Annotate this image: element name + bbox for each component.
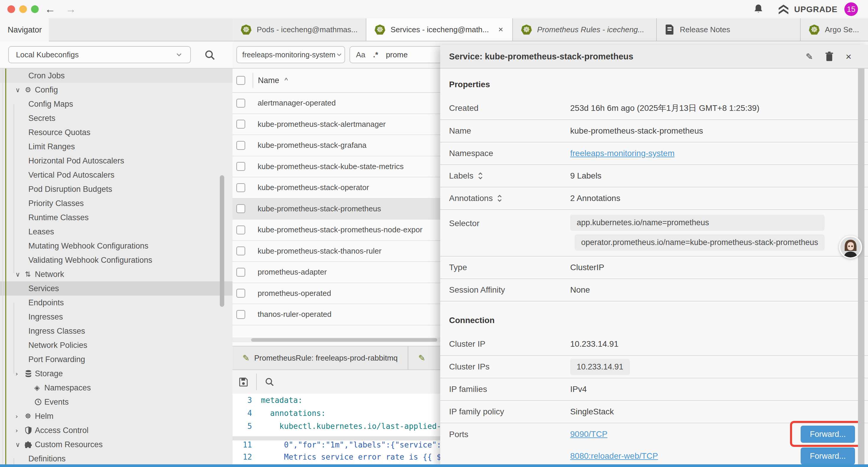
table-row[interactable]: kube-prometheus-stack-prometheus-node-ex…	[232, 220, 440, 241]
editor-tab-prometheusrule[interactable]: ✎ PrometheusRule: freeleaps-prod-rabbitm…	[232, 346, 408, 370]
row-checkbox[interactable]	[236, 120, 245, 128]
sort-updown-icon[interactable]	[478, 172, 483, 180]
sidebar-item-config-maps[interactable]: Config Maps	[0, 97, 232, 111]
sidebar-item-ingresses[interactable]: Ingresses	[0, 310, 232, 324]
table-row[interactable]: kube-prometheus-stack-operator	[232, 177, 440, 199]
tab-pods[interactable]: ☸ Pods - icecheng@mathmas...	[232, 18, 366, 41]
sidebar-item-network[interactable]: ∨⇅Network	[0, 267, 232, 282]
row-checkbox[interactable]	[236, 310, 245, 319]
close-tab-icon[interactable]: ×	[498, 25, 503, 34]
tab-navigator[interactable]: Navigator	[0, 18, 49, 41]
table-row[interactable]: prometheus-adapter	[232, 262, 440, 283]
sidebar-item-helm[interactable]: ›☸Helm	[0, 409, 232, 423]
tab-prometheus-rules[interactable]: ☸ Prometheus Rules - icecheng...	[513, 18, 657, 41]
chevron-down-icon	[335, 51, 343, 59]
sidebar-item-secrets[interactable]: Secrets	[0, 111, 232, 125]
tree-guide-line	[13, 303, 14, 374]
kubeconfig-selector[interactable]: Local Kubeconfigs	[8, 46, 191, 63]
row-checkbox[interactable]	[236, 141, 245, 150]
edit-pencil-icon[interactable]: ✎	[806, 52, 813, 62]
row-checkbox[interactable]	[236, 99, 245, 108]
back-button[interactable]: ←	[45, 2, 56, 16]
sidebar-item-validating-webhook-configurations[interactable]: Validating Webhook Configurations	[0, 253, 232, 267]
sidebar-scrollbar[interactable]	[220, 175, 224, 307]
table-row[interactable]: kube-prometheus-stack-kube-state-metrics	[232, 156, 440, 178]
upgrade-icon[interactable]	[778, 4, 789, 15]
search-icon[interactable]	[204, 49, 216, 61]
port-link[interactable]: 9090/TCP	[570, 430, 608, 439]
property-row-type: Type ClusterIP	[440, 256, 868, 279]
row-checkbox[interactable]	[236, 183, 245, 192]
maximize-window-button[interactable]	[31, 5, 39, 13]
namespace-link[interactable]: freeleaps-monitoring-system	[570, 149, 675, 158]
window-titlebar: ← → UPGRADE 15	[0, 0, 868, 19]
table-row-selected[interactable]: kube-prometheus-stack-prometheus	[232, 199, 440, 220]
connection-row-ip-family-policy: IP family policy SingleStack	[440, 400, 868, 423]
table-row[interactable]: kube-prometheus-stack-alertmanager	[232, 114, 440, 135]
sort-updown-icon[interactable]	[497, 194, 502, 202]
sidebar-item-vertical-pod-autoscalers[interactable]: Vertical Pod Autoscalers	[0, 168, 232, 182]
sidebar-item-definitions[interactable]: Definitions	[0, 451, 232, 466]
row-checkbox[interactable]	[236, 246, 245, 255]
editor-horizontal-scrollbar[interactable]	[232, 436, 440, 440]
row-checkbox[interactable]	[236, 162, 245, 171]
tab-release-notes[interactable]: Release Notes	[657, 18, 801, 41]
table-row[interactable]: alertmanager-operated	[232, 93, 440, 114]
editor-tab-partial[interactable]: ✎	[408, 346, 435, 370]
sidebar-item-namespaces[interactable]: ◈Namespaces	[0, 381, 232, 395]
tab-services[interactable]: ☸ Services - icecheng@math... ×	[366, 18, 513, 41]
sidebar-item-pod-disruption-budgets[interactable]: Pod Disruption Budgets	[0, 182, 232, 196]
sidebar-item-ingress-classes[interactable]: Ingress Classes	[0, 324, 232, 338]
profile-badge[interactable]: 15	[844, 2, 858, 16]
row-checkbox[interactable]	[236, 268, 245, 276]
sidebar-item-services[interactable]: Services	[0, 282, 232, 296]
row-checkbox[interactable]	[236, 289, 245, 298]
horizontal-scrollbar[interactable]	[232, 338, 440, 342]
minimize-window-button[interactable]	[19, 5, 27, 13]
sidebar-item-port-forwarding[interactable]: Port Forwarding	[0, 352, 232, 367]
table-row[interactable]: kube-prometheus-stack-thanos-ruler	[232, 241, 440, 262]
save-icon[interactable]	[239, 377, 248, 387]
sidebar-item-network-policies[interactable]: Network Policies	[0, 338, 232, 352]
sidebar-item-horizontal-pod-autoscalers[interactable]: Horizontal Pod Autoscalers	[0, 154, 232, 168]
sidebar-item-runtime-classes[interactable]: Runtime Classes	[0, 210, 232, 225]
sidebar-item-cron-jobs[interactable]: Cron Jobs	[0, 68, 232, 83]
scrollbar-thumb[interactable]	[251, 338, 437, 342]
row-checkbox[interactable]	[236, 226, 245, 234]
sidebar-item-resource-quotas[interactable]: Resource Quotas	[0, 125, 232, 140]
forward-button[interactable]: Forward...	[801, 447, 855, 465]
table-row[interactable]: kube-prometheus-stack-grafana	[232, 135, 440, 156]
sidebar-item-leases[interactable]: Leases	[0, 225, 232, 239]
notifications-bell-icon[interactable]	[753, 4, 764, 15]
editor-search-icon[interactable]	[265, 377, 275, 387]
filter-search-input[interactable]: Aa .* prome	[349, 46, 440, 63]
regex-icon[interactable]: .*	[373, 50, 378, 59]
row-checkbox[interactable]	[236, 204, 245, 213]
table-row[interactable]: thanos-ruler-operated	[232, 304, 440, 325]
close-drawer-icon[interactable]: ×	[845, 51, 851, 62]
port-link[interactable]: 8080:reloader-web/TCP	[570, 451, 658, 461]
close-window-button[interactable]	[7, 5, 15, 13]
sidebar-item-config[interactable]: ∨⚙Config	[0, 83, 232, 97]
table-row[interactable]: prometheus-operated	[232, 283, 440, 304]
sidebar-item-endpoints[interactable]: Endpoints	[0, 296, 232, 310]
select-all-checkbox[interactable]	[236, 76, 245, 85]
forward-button[interactable]: →	[66, 2, 76, 16]
delete-trash-icon[interactable]	[825, 52, 834, 61]
drawer-scrollbar[interactable]	[858, 68, 864, 467]
sidebar-item-access-control[interactable]: ›Access Control	[0, 423, 232, 437]
sidebar-item-mutating-webhook-configurations[interactable]: Mutating Webhook Configurations	[0, 239, 232, 253]
avatar[interactable]	[839, 236, 862, 259]
sidebar-item-events[interactable]: Events	[0, 395, 232, 409]
upgrade-button[interactable]: UPGRADE	[794, 5, 838, 14]
namespace-selector[interactable]: freeleaps-monitoring-system	[236, 46, 345, 63]
sort-ascending-icon[interactable]: ^	[284, 76, 288, 85]
sidebar-item-custom-resources[interactable]: ∨Custom Resources	[0, 437, 232, 451]
yaml-editor[interactable]: 3metadata: 4 annotations: 5 kubectl.kube…	[232, 394, 440, 467]
sidebar-item-priority-classes[interactable]: Priority Classes	[0, 196, 232, 210]
tab-argo[interactable]: ☸ Argo Se...	[801, 18, 868, 41]
sidebar-item-limit-ranges[interactable]: Limit Ranges	[0, 140, 232, 154]
name-column-header[interactable]: Name	[258, 76, 279, 85]
match-case-icon[interactable]: Aa	[356, 50, 366, 59]
sidebar-item-storage[interactable]: ›Storage	[0, 367, 232, 381]
